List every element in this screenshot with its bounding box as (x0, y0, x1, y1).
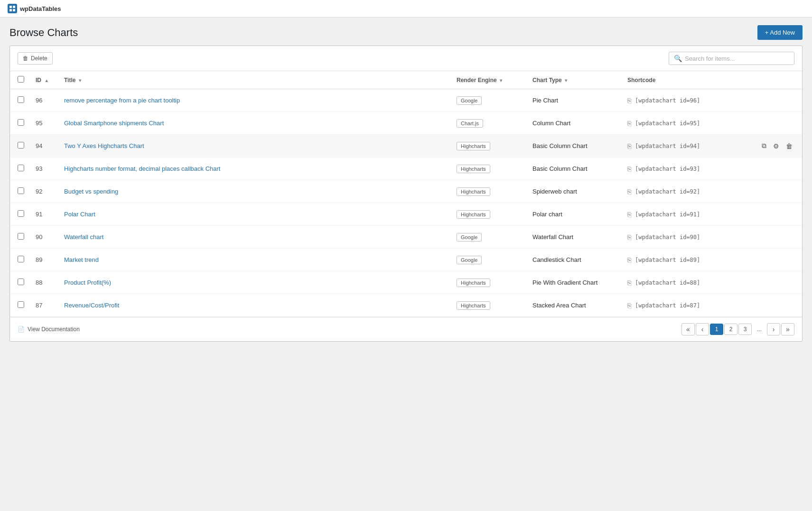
app-name: wpDataTables (20, 5, 61, 12)
delete-row-icon[interactable]: 🗑 (784, 141, 794, 151)
row-checkbox[interactable] (18, 142, 24, 149)
row-actions-cell: ⧉ ⚙ 🗑 (755, 158, 802, 180)
engine-badge: Highcharts (457, 142, 490, 150)
search-input[interactable] (685, 55, 789, 62)
col-header-id[interactable]: ID ▲ (30, 71, 58, 89)
table-row: 87 Revenue/Cost/Profit Highcharts Stacke… (10, 294, 802, 317)
engine-badge: Highcharts (457, 210, 490, 219)
copy-shortcode-icon[interactable]: ⎘ (627, 142, 631, 150)
copy-shortcode-icon[interactable]: ⎘ (627, 256, 631, 264)
col-header-type[interactable]: Chart Type ▾ (527, 71, 622, 89)
select-all-checkbox[interactable] (18, 76, 24, 83)
pagination-next[interactable]: › (767, 323, 780, 335)
row-shortcode: ⎘ [wpdatachart id=94] (622, 135, 755, 158)
row-id: 92 (30, 180, 58, 203)
table-row: 96 remove percentage from a pie chart to… (10, 89, 802, 112)
chart-title-link[interactable]: Revenue/Cost/Profit (64, 302, 119, 309)
table-header: ID ▲ Title ▾ Render Engine ▾ Chart Type … (10, 71, 802, 89)
row-checkbox[interactable] (18, 256, 24, 262)
pagination-page-1[interactable]: 1 (710, 324, 723, 335)
pagination-last[interactable]: » (781, 323, 794, 335)
duplicate-icon[interactable]: ⧉ (760, 140, 768, 151)
row-engine: Highcharts (451, 135, 527, 158)
row-checkbox[interactable] (18, 301, 24, 308)
sort-arrow-type: ▾ (565, 78, 567, 83)
pagination-page-3[interactable]: 3 (738, 324, 752, 335)
chart-title-link[interactable]: Two Y Axes Highcharts Chart (64, 142, 144, 149)
engine-badge: Highcharts (457, 301, 490, 310)
row-id: 95 (30, 112, 58, 135)
table-row: 93 Highcharts number format, decimal pla… (10, 158, 802, 180)
pagination-page-2[interactable]: 2 (724, 324, 737, 335)
row-id: 93 (30, 158, 58, 180)
settings-icon[interactable]: ⚙ (772, 141, 781, 151)
copy-shortcode-icon[interactable]: ⎘ (627, 279, 631, 287)
sort-arrow-engine: ▾ (500, 78, 502, 83)
chart-title-link[interactable]: Market trend (64, 256, 99, 263)
chart-title-link[interactable]: Waterfall chart (64, 233, 103, 241)
row-engine: Chart.js (451, 112, 527, 135)
table-row: 91 Polar Chart Highcharts Polar chart ⎘ … (10, 203, 802, 226)
col-header-shortcode: Shortcode (622, 71, 755, 89)
row-checkbox[interactable] (18, 233, 24, 240)
toolbar: 🗑 Delete 🔍 (10, 46, 802, 71)
row-shortcode: ⎘ [wpdatachart id=91] (622, 203, 755, 226)
pagination-first[interactable]: « (681, 323, 695, 335)
row-engine: Highcharts (451, 203, 527, 226)
row-shortcode: ⎘ [wpdatachart id=87] (622, 294, 755, 317)
chart-title-link[interactable]: Highcharts number format, decimal places… (64, 165, 220, 172)
row-engine: Highcharts (451, 158, 527, 180)
col-header-actions (755, 71, 802, 89)
copy-shortcode-icon[interactable]: ⎘ (627, 165, 631, 173)
copy-shortcode-icon[interactable]: ⎘ (627, 302, 631, 309)
table-body: 96 remove percentage from a pie chart to… (10, 89, 802, 317)
shortcode-value: [wpdatachart id=89] (635, 257, 700, 263)
shortcode-value: [wpdatachart id=92] (635, 188, 700, 195)
add-new-button[interactable]: + Add New (757, 25, 803, 40)
delete-button[interactable]: 🗑 Delete (18, 52, 53, 65)
row-checkbox[interactable] (18, 187, 24, 194)
row-title: Waterfall chart (58, 226, 451, 249)
row-checkbox[interactable] (18, 119, 24, 126)
row-actions-cell: ⧉ ⚙ 🗑 (755, 135, 802, 158)
chart-title-link[interactable]: Product Profit(%) (64, 279, 111, 286)
table-row: 89 Market trend Google Candlestick Chart… (10, 249, 802, 271)
row-checkbox[interactable] (18, 210, 24, 217)
row-actions-cell: ⧉ ⚙ 🗑 (755, 112, 802, 135)
shortcode-value: [wpdatachart id=90] (635, 234, 700, 241)
col-header-title[interactable]: Title ▾ (58, 71, 451, 89)
svg-rect-0 (9, 6, 12, 8)
svg-rect-1 (13, 6, 15, 8)
row-actions-cell: ⧉ ⚙ 🗑 (755, 226, 802, 249)
row-title: Budget vs spending (58, 180, 451, 203)
row-checkbox[interactable] (18, 279, 24, 285)
page-header: Browse Charts + Add New (0, 18, 812, 46)
row-checkbox-cell (10, 226, 30, 249)
row-checkbox[interactable] (18, 96, 24, 103)
pagination-prev[interactable]: ‹ (696, 323, 709, 335)
copy-shortcode-icon[interactable]: ⎘ (627, 233, 631, 241)
chart-title-link[interactable]: Global Smartphone shipments Chart (64, 120, 164, 127)
engine-badge: Highcharts (457, 187, 490, 196)
trash-icon: 🗑 (23, 55, 28, 62)
copy-shortcode-icon[interactable]: ⎘ (627, 188, 631, 195)
row-checkbox[interactable] (18, 165, 24, 171)
col-header-engine[interactable]: Render Engine ▾ (451, 71, 527, 89)
row-shortcode: ⎘ [wpdatachart id=90] (622, 226, 755, 249)
row-checkbox-cell (10, 203, 30, 226)
view-docs-link[interactable]: 📄 View Documentation (18, 326, 80, 333)
chart-title-link[interactable]: remove percentage from a pie chart toolt… (64, 97, 180, 104)
row-id: 96 (30, 89, 58, 112)
copy-shortcode-icon[interactable]: ⎘ (627, 120, 631, 127)
engine-badge: Google (457, 256, 482, 264)
shortcode-value: [wpdatachart id=95] (635, 120, 700, 127)
row-checkbox-cell (10, 112, 30, 135)
row-actions-cell: ⧉ ⚙ 🗑 (755, 203, 802, 226)
row-id: 87 (30, 294, 58, 317)
chart-title-link[interactable]: Budget vs spending (64, 188, 118, 195)
copy-shortcode-icon[interactable]: ⎘ (627, 211, 631, 218)
chart-title-link[interactable]: Polar Chart (64, 211, 95, 218)
sort-arrow-id: ▲ (44, 78, 49, 83)
row-title: Two Y Axes Highcharts Chart (58, 135, 451, 158)
copy-shortcode-icon[interactable]: ⎘ (627, 97, 631, 104)
